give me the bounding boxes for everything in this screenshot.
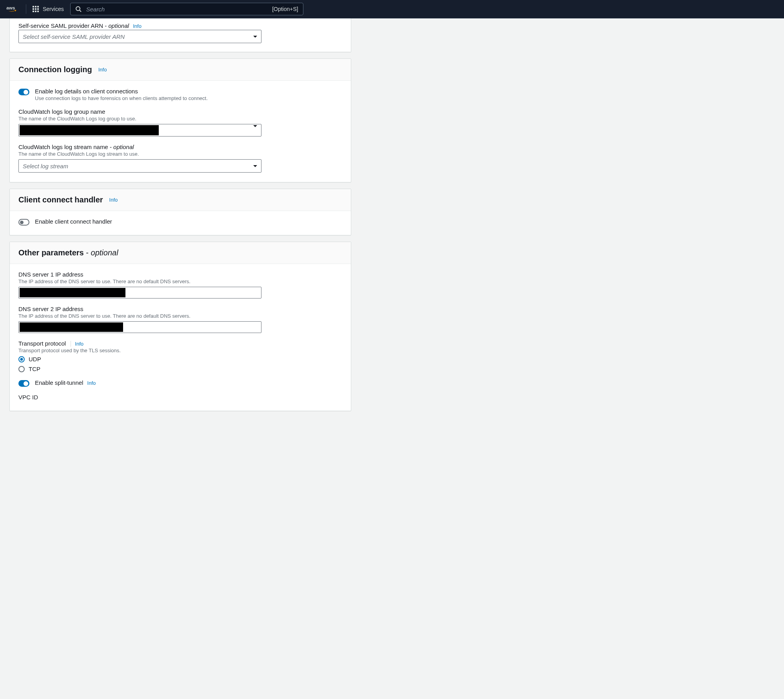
connection-logging-header: Connection logging Info (10, 59, 351, 81)
redacted-value (20, 288, 125, 297)
transport-udp-label: UDP (29, 356, 41, 362)
top-nav: aws Services [Option+S] (0, 0, 784, 18)
dns2-label: DNS server 2 IP address (18, 306, 342, 312)
connection-logging-panel: Connection logging Info Enable log detai… (9, 58, 351, 182)
transport-label: Transport protocol Info (18, 340, 342, 347)
aws-logo[interactable]: aws (6, 5, 20, 13)
cw-stream-select[interactable]: Select log stream (18, 159, 261, 173)
other-parameters-title: Other parameters - optional (18, 248, 118, 257)
dns1-input[interactable] (18, 287, 261, 299)
redacted-value (20, 125, 159, 135)
connection-logging-title: Connection logging (18, 65, 92, 74)
svg-text:aws: aws (6, 5, 15, 10)
enable-log-toggle[interactable] (18, 89, 29, 95)
cw-group-desc: The name of the CloudWatch Logs log grou… (18, 116, 342, 122)
services-grid-icon (33, 6, 39, 12)
transport-tcp-radio[interactable]: TCP (18, 366, 342, 372)
search-input[interactable] (86, 6, 272, 13)
enable-log-title: Enable log details on client connections (35, 88, 208, 95)
enable-log-toggle-row: Enable log details on client connections… (18, 88, 342, 101)
client-connect-handler-header: Client connect handler Info (10, 189, 351, 211)
transport-desc: Transport protocol used by the TLS sessi… (18, 348, 342, 353)
split-tunnel-title: Enable split-tunnel Info (35, 379, 96, 386)
cw-group-select[interactable] (18, 124, 261, 137)
saml-label: Self-service SAML provider ARN - optiona… (18, 22, 342, 29)
cw-stream-placeholder: Select log stream (23, 163, 68, 169)
radio-icon (18, 356, 25, 362)
saml-select[interactable]: Select self-service SAML provider ARN (18, 30, 261, 43)
enable-connect-handler-row: Enable client connect handler (18, 218, 342, 226)
radio-icon (18, 366, 25, 372)
vpc-id-label: VPC ID (18, 394, 342, 400)
chevron-down-icon (253, 165, 257, 167)
saml-info-link[interactable]: Info (133, 23, 142, 29)
nav-divider (26, 4, 26, 14)
search-hint: [Option+S] (272, 6, 298, 12)
dns1-label: DNS server 1 IP address (18, 271, 342, 278)
main-content: Self-service SAML provider ARN - optiona… (0, 18, 361, 420)
other-parameters-panel: Other parameters - optional DNS server 1… (9, 242, 351, 411)
other-parameters-header: Other parameters - optional (10, 242, 351, 264)
transport-info-link[interactable]: Info (71, 341, 83, 347)
cw-stream-desc: The name of the CloudWatch Logs log stre… (18, 151, 342, 157)
services-button[interactable]: Services (33, 6, 64, 12)
enable-connect-handler-toggle[interactable] (18, 219, 29, 226)
connection-logging-info-link[interactable]: Info (98, 67, 107, 73)
chevron-down-icon (253, 125, 257, 133)
split-tunnel-info-link[interactable]: Info (87, 380, 96, 386)
services-label: Services (43, 6, 64, 12)
transport-tcp-label: TCP (29, 366, 40, 372)
enable-connect-handler-title: Enable client connect handler (35, 218, 112, 225)
saml-select-placeholder: Select self-service SAML provider ARN (23, 33, 125, 40)
split-tunnel-toggle[interactable] (18, 380, 29, 387)
dns2-desc: The IP address of the DNS server to use.… (18, 313, 342, 319)
cw-group-label: CloudWatch logs log group name (18, 108, 342, 115)
split-tunnel-row: Enable split-tunnel Info (18, 379, 342, 387)
cw-stream-label: CloudWatch logs log stream name - option… (18, 144, 342, 150)
search-icon (75, 6, 82, 12)
saml-section: Self-service SAML provider ARN - optiona… (9, 18, 351, 52)
svg-line-2 (80, 10, 81, 12)
dns2-input[interactable] (18, 321, 261, 333)
client-connect-handler-panel: Client connect handler Info Enable clien… (9, 189, 351, 235)
dns1-desc: The IP address of the DNS server to use.… (18, 279, 342, 284)
chevron-down-icon (253, 36, 257, 38)
client-connect-handler-info-link[interactable]: Info (109, 197, 118, 203)
client-connect-handler-title: Client connect handler (18, 195, 103, 204)
transport-udp-radio[interactable]: UDP (18, 356, 342, 362)
redacted-value (20, 322, 123, 332)
svg-point-1 (76, 7, 80, 11)
enable-log-desc: Use connection logs to have forensics on… (35, 95, 208, 101)
search-bar[interactable]: [Option+S] (70, 3, 303, 15)
